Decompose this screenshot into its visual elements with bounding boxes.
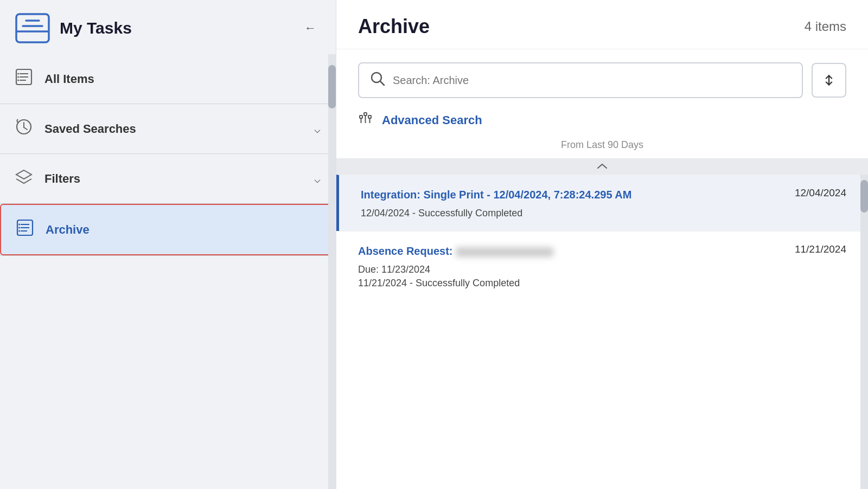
sidebar-header-left: My Tasks bbox=[15, 13, 132, 43]
advanced-search-link[interactable]: Advanced Search bbox=[382, 113, 482, 127]
list-item-1-date: 12/04/2024 bbox=[795, 187, 846, 199]
advanced-search-icon bbox=[358, 111, 373, 130]
sidebar-item-filters-label: Filters bbox=[44, 172, 80, 186]
svg-rect-0 bbox=[16, 14, 49, 42]
search-input[interactable] bbox=[393, 74, 791, 87]
list-item[interactable]: Integration: Single Print - 12/04/2024, … bbox=[336, 175, 868, 231]
collapse-button[interactable]: ← bbox=[300, 19, 321, 37]
list-item-2-status: 11/21/2024 - Successfully Completed bbox=[358, 278, 846, 289]
list-item-2-header: Absence Request: 11/21/2024 bbox=[358, 243, 846, 259]
sidebar-item-all-items[interactable]: All Items bbox=[0, 54, 336, 104]
sidebar-scrollbar[interactable] bbox=[328, 54, 336, 489]
sidebar-item-all-items-label: All Items bbox=[44, 72, 94, 86]
sidebar: My Tasks ← All Items bbox=[0, 0, 336, 489]
svg-line-13 bbox=[24, 127, 27, 130]
chevron-down-icon: ⌵ bbox=[314, 123, 321, 136]
blurred-name bbox=[456, 247, 553, 257]
svg-line-23 bbox=[380, 81, 384, 85]
list-item[interactable]: Absence Request: 11/21/2024 Due: 11/23/2… bbox=[336, 231, 868, 301]
list-item-1-status: 12/04/2024 - Successfully Completed bbox=[361, 208, 846, 219]
svg-point-20 bbox=[18, 227, 20, 229]
svg-point-19 bbox=[18, 224, 20, 226]
list-item-1-header: Integration: Single Print - 12/04/2024, … bbox=[361, 187, 846, 202]
svg-rect-27 bbox=[360, 115, 362, 118]
sort-button[interactable] bbox=[812, 63, 846, 98]
sidebar-item-archive[interactable]: Archive bbox=[0, 204, 336, 255]
items-count: 4 items bbox=[805, 19, 846, 34]
sidebar-divider bbox=[0, 255, 336, 256]
list-item-2-date: 11/21/2024 bbox=[795, 243, 846, 255]
svg-point-10 bbox=[17, 80, 19, 81]
list-area: Integration: Single Print - 12/04/2024, … bbox=[336, 175, 868, 489]
svg-point-21 bbox=[18, 230, 20, 232]
sort-icon bbox=[822, 73, 835, 88]
list-item-2-title: Absence Request: bbox=[358, 243, 553, 259]
main-content: Archive 4 items bbox=[336, 0, 868, 489]
clock-icon bbox=[15, 118, 33, 139]
inbox-icon bbox=[15, 13, 50, 43]
page-title: Archive bbox=[358, 15, 430, 38]
list-icon bbox=[15, 68, 33, 89]
sidebar-scrollbar-thumb bbox=[328, 65, 336, 108]
date-range-label: From Last 90 Days bbox=[336, 134, 868, 158]
svg-marker-14 bbox=[16, 170, 31, 179]
sidebar-title: My Tasks bbox=[60, 19, 132, 37]
search-box bbox=[358, 62, 803, 98]
chevron-down-icon-2: ⌵ bbox=[314, 172, 321, 185]
search-area bbox=[336, 49, 868, 105]
svg-rect-29 bbox=[368, 115, 371, 118]
layers-icon bbox=[15, 168, 33, 189]
list-scrollbar-thumb bbox=[860, 180, 868, 213]
svg-point-8 bbox=[17, 73, 19, 75]
sidebar-item-saved-searches[interactable]: Saved Searches ⌵ bbox=[0, 104, 336, 154]
svg-rect-28 bbox=[364, 113, 367, 115]
search-icon bbox=[370, 71, 385, 89]
scroll-up-button[interactable] bbox=[336, 158, 868, 175]
list-item-2-sub: Due: 11/23/2024 bbox=[358, 264, 846, 275]
main-header: Archive 4 items bbox=[336, 0, 868, 49]
sidebar-header: My Tasks ← bbox=[0, 0, 336, 54]
sidebar-item-saved-searches-label: Saved Searches bbox=[44, 122, 136, 136]
archive-icon bbox=[16, 219, 34, 240]
list-scrollbar[interactable] bbox=[860, 175, 868, 489]
advanced-search-row: Advanced Search bbox=[336, 105, 868, 134]
list-item-1-title: Integration: Single Print - 12/04/2024, … bbox=[361, 187, 631, 202]
sidebar-item-filters[interactable]: Filters ⌵ bbox=[0, 154, 336, 204]
sidebar-item-archive-label: Archive bbox=[46, 223, 90, 237]
svg-point-9 bbox=[17, 76, 19, 78]
sidebar-nav-area: All Items Saved Searches ⌵ bbox=[0, 54, 336, 489]
